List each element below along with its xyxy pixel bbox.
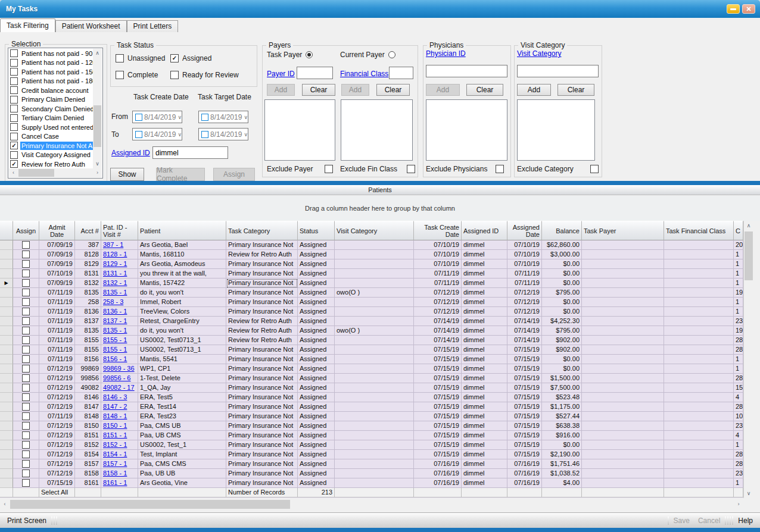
patient-visit-link[interactable]: 8137 - 1: [103, 317, 127, 324]
patient-visit-link[interactable]: 8158 - 1: [103, 470, 127, 477]
assign-checkbox[interactable]: [22, 365, 30, 373]
selection-item-checkbox[interactable]: [10, 59, 18, 67]
column-header-assign[interactable]: Assign: [13, 221, 39, 240]
table-row[interactable]: 07/11/1981488148 - 1ERA, Test23Primary I…: [0, 412, 753, 421]
selection-item[interactable]: Patient has not paid - 180+: [9, 77, 94, 86]
assign-checkbox[interactable]: [22, 470, 30, 477]
selection-item[interactable]: Secondary Claim Denied: [9, 104, 94, 114]
patient-visit-link[interactable]: 8135 - 1: [103, 289, 127, 296]
column-header-task-category[interactable]: Task Category: [226, 221, 298, 240]
close-button[interactable]: ✕: [742, 4, 755, 14]
scroll-up-icon[interactable]: ∧: [93, 49, 102, 58]
column-header-admit-date[interactable]: Admit Date: [39, 221, 75, 240]
assign-button[interactable]: Assign: [213, 168, 255, 181]
patient-visit-link[interactable]: 387 - 1: [103, 241, 123, 248]
complete-checkbox[interactable]: [116, 71, 124, 79]
assign-checkbox[interactable]: [22, 393, 30, 401]
column-header-visit-category[interactable]: Visit Category: [335, 221, 414, 240]
physician-clear-button[interactable]: Clear: [466, 84, 503, 96]
column-header-task-payer[interactable]: Task Payer: [582, 221, 664, 240]
patient-visit-link[interactable]: 8155 - 1: [103, 346, 127, 353]
financial-class-input[interactable]: [389, 67, 413, 79]
minimize-button[interactable]: [727, 4, 740, 14]
patient-visit-link[interactable]: 8132 - 1: [103, 279, 127, 286]
table-row[interactable]: 07/12/1981518151 - 1Paa, UB CMSPrimary I…: [0, 431, 753, 440]
column-header-pat-id-visit[interactable]: Pat. ID - Visit #: [101, 221, 138, 240]
table-row[interactable]: 07/09/19387387 - 1Ars Geotia, BaelPrimar…: [0, 240, 753, 250]
selection-item-checkbox[interactable]: [10, 86, 18, 94]
assign-checkbox[interactable]: [22, 403, 30, 411]
tab-task-filtering[interactable]: Task Filtering: [0, 18, 55, 32]
table-row[interactable]: 07/12/1981468146 - 3ERA, Test5Primary In…: [0, 393, 753, 402]
financial-class-link[interactable]: Financial Class: [340, 70, 388, 78]
table-row[interactable]: ▶07/09/1981328132 - 1Mantis, 157422Prima…: [0, 278, 753, 288]
selection-item-checkbox[interactable]: [10, 160, 18, 168]
table-row[interactable]: 07/11/1981358135 - 1do it, you won'tPrim…: [0, 288, 753, 298]
create-to-datepicker[interactable]: 8/14/2019 ∨: [132, 128, 182, 140]
chevron-down-icon[interactable]: ∨: [177, 114, 182, 120]
assign-checkbox[interactable]: [22, 336, 30, 344]
assigned-id-input[interactable]: [152, 146, 228, 159]
table-row[interactable]: 07/12/1981588158 - 1Paa, UB UBPrimary In…: [0, 469, 753, 478]
patient-visit-link[interactable]: 8152 - 1: [103, 441, 127, 448]
fin-class-add-button[interactable]: Add: [341, 84, 369, 96]
unassigned-checkbox[interactable]: [116, 54, 124, 62]
assign-checkbox[interactable]: [22, 431, 30, 439]
chevron-down-icon[interactable]: ∨: [244, 132, 248, 137]
table-row[interactable]: 07/11/1981568156 - 1Mantis, 5541Primary …: [0, 355, 753, 364]
table-row[interactable]: 07/10/1981318131 - 1you threw it at the …: [0, 269, 753, 278]
chevron-down-icon[interactable]: ∨: [177, 132, 182, 137]
patient-visit-link[interactable]: 99869 - 36: [103, 365, 135, 372]
scroll-right-icon[interactable]: ›: [734, 499, 743, 509]
date-enable-checkbox[interactable]: [135, 131, 142, 138]
payer-add-button[interactable]: Add: [267, 84, 295, 96]
assign-checkbox[interactable]: [22, 241, 30, 249]
assigned-id-link[interactable]: Assigned ID: [111, 149, 150, 157]
scrollbar-thumb[interactable]: [10, 500, 290, 509]
payer-id-input[interactable]: [297, 67, 333, 79]
patient-visit-link[interactable]: 8150 - 1: [103, 422, 127, 429]
assign-checkbox[interactable]: [22, 374, 30, 382]
patient-visit-link[interactable]: 8147 - 2: [103, 403, 127, 410]
payer-listbox[interactable]: [264, 99, 335, 161]
assign-checkbox[interactable]: [22, 289, 30, 296]
selection-item[interactable]: Patient has not paid - 90 da: [9, 49, 94, 58]
table-row[interactable]: 07/12/1981508150 - 1Paa, CMS UBPrimary I…: [0, 421, 753, 431]
target-to-datepicker[interactable]: 8/14/2019 ∨: [198, 128, 248, 140]
assign-checkbox[interactable]: [22, 422, 30, 430]
patient-visit-link[interactable]: 8156 - 1: [103, 355, 127, 362]
selection-item[interactable]: Credit balance account: [9, 86, 94, 95]
table-row[interactable]: 07/11/1981558155 - 1US0002, Test0713_1Pr…: [0, 345, 753, 355]
assign-checkbox[interactable]: [22, 384, 30, 392]
visit-category-add-button[interactable]: Add: [517, 84, 551, 96]
patient-visit-link[interactable]: 8131 - 1: [103, 270, 127, 277]
scroll-right-icon[interactable]: ›: [93, 168, 102, 177]
table-row[interactable]: 07/12/199985699856 - 61-Test, DeletePrim…: [0, 374, 753, 383]
scroll-down-icon[interactable]: ∨: [93, 159, 102, 168]
table-row[interactable]: 07/11/1981368136 - 1TreeView, ColorsPrim…: [0, 307, 753, 317]
current-payer-radio[interactable]: [388, 51, 395, 58]
table-row[interactable]: 07/11/1981378137 - 1Retest, ChargeEntryR…: [0, 317, 753, 326]
column-header-acct[interactable]: Acct #: [75, 221, 101, 240]
selection-item-checkbox[interactable]: [10, 142, 18, 149]
fin-class-listbox[interactable]: [341, 99, 413, 161]
scroll-left-icon[interactable]: ‹: [9, 168, 18, 177]
visit-category-link[interactable]: Visit Category: [517, 49, 561, 58]
selection-item[interactable]: Visit Category Assigned: [9, 151, 94, 160]
patient-visit-link[interactable]: 8136 - 1: [103, 308, 127, 315]
assign-checkbox[interactable]: [22, 479, 30, 487]
selection-item[interactable]: Supply Used not entered: [9, 123, 94, 132]
column-header-task-financial-class[interactable]: Task Financial Class: [664, 221, 734, 240]
patient-visit-link[interactable]: 49082 - 17: [103, 384, 135, 391]
visit-category-listbox[interactable]: [517, 99, 595, 161]
patient-visit-link[interactable]: 8151 - 1: [103, 431, 127, 439]
selection-item[interactable]: Review for Retro Auth: [9, 159, 94, 168]
grid-horizontal-scrollbar[interactable]: ‹ ›: [0, 499, 743, 509]
table-row[interactable]: 07/12/1981548154 - 1Test, ImplantPrimary…: [0, 450, 753, 459]
assign-checkbox[interactable]: [22, 317, 30, 325]
selection-item-checkbox[interactable]: [10, 49, 18, 57]
grid-vertical-scrollbar[interactable]: ∧ ∨: [743, 221, 753, 498]
column-header-assigned-date[interactable]: Assigned Date: [507, 221, 542, 240]
selection-item[interactable]: Primary Insurance Not Auth: [9, 141, 94, 151]
patient-visit-link[interactable]: 258 - 3: [103, 298, 123, 305]
